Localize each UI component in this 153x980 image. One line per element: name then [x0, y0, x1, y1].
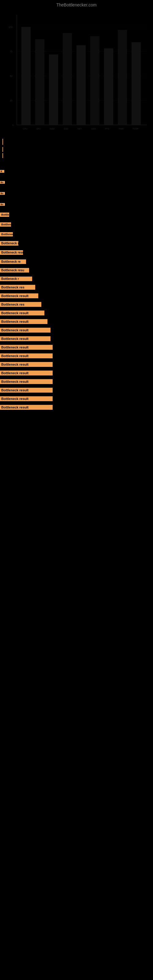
result-label-10: Bottleneck re	[0, 259, 26, 264]
svg-text:CPU: CPU	[23, 128, 27, 130]
result-label-21: Bottleneck result	[0, 353, 53, 358]
results-container: B Bo Bo Bo Bottlene Bottleneck r Bottlen…	[0, 168, 153, 410]
result-row-6: Bottleneck r	[0, 221, 153, 227]
result-row-18: Bottleneck result	[0, 327, 153, 332]
result-label-9: Bottleneck result	[0, 250, 23, 255]
svg-rect-13	[104, 48, 113, 125]
result-row-1: B	[0, 168, 153, 173]
result-row-9: Bottleneck result	[0, 249, 153, 255]
result-label-19: Bottleneck result	[0, 336, 51, 341]
site-header: TheBottlenecker.com	[0, 0, 153, 9]
svg-rect-7	[21, 27, 30, 125]
cursor-line-2	[2, 147, 3, 152]
result-row-11: Bottleneck resu	[0, 267, 153, 272]
svg-text:NET: NET	[77, 128, 82, 130]
result-label-13: Bottleneck res	[0, 285, 35, 290]
result-row-20: Bottleneck result	[0, 344, 153, 350]
result-row-14: Bottleneck result	[0, 293, 153, 298]
result-row-10: Bottleneck re	[0, 258, 153, 264]
svg-rect-14	[118, 30, 127, 125]
svg-text:25: 25	[10, 99, 13, 102]
selector-area-3	[0, 153, 153, 159]
result-row-5: Bottlene	[0, 211, 153, 217]
svg-rect-12	[90, 36, 99, 125]
chart-area: 0 25 50 75 100 CPU GPU RAM SSD NET USG F…	[0, 9, 153, 137]
result-label-7: Bottleneck	[0, 232, 13, 236]
result-label-22: Bottleneck result	[0, 362, 53, 367]
result-label-2: Bo	[0, 181, 5, 184]
result-row-23: Bottleneck result	[0, 370, 153, 375]
svg-rect-9	[49, 54, 58, 125]
result-label-15: Bottleneck res	[0, 302, 41, 307]
svg-text:PWR: PWR	[119, 128, 124, 130]
result-row-7: Bottleneck	[0, 231, 153, 236]
result-row-17: Bottleneck result	[0, 318, 153, 324]
svg-text:50: 50	[10, 75, 13, 78]
svg-rect-8	[35, 39, 45, 125]
result-row-27: Bottleneck result	[0, 404, 153, 410]
svg-rect-11	[76, 45, 86, 125]
result-label-23: Bottleneck result	[0, 371, 53, 375]
result-label-6: Bottleneck r	[0, 222, 11, 227]
result-label-16: Bottleneck result	[0, 310, 45, 315]
svg-text:GPU: GPU	[36, 128, 41, 130]
result-row-26: Bottleneck result	[0, 396, 153, 401]
svg-text:RAM: RAM	[50, 128, 55, 130]
site-title: TheBottlenecker.com	[0, 0, 153, 9]
svg-text:75: 75	[10, 50, 13, 53]
cursor-line-3	[2, 153, 3, 158]
result-label-3: Bo	[0, 192, 5, 195]
selector-area-2	[0, 146, 153, 153]
svg-rect-10	[63, 33, 72, 125]
result-row-21: Bottleneck result	[0, 353, 153, 358]
result-row-3: Bo	[0, 190, 153, 196]
result-label-12: Bottleneck r	[0, 277, 32, 281]
svg-rect-15	[132, 42, 141, 125]
chart-svg: 0 25 50 75 100 CPU GPU RAM SSD NET USG F…	[0, 9, 153, 137]
svg-text:100: 100	[9, 26, 13, 29]
result-label-5: Bottlene	[0, 213, 9, 217]
result-label-26: Bottleneck result	[0, 396, 53, 401]
result-label-25: Bottleneck result	[0, 388, 53, 393]
svg-text:0: 0	[12, 124, 14, 126]
result-row-24: Bottleneck result	[0, 379, 153, 384]
result-row-2: Bo	[0, 179, 153, 185]
result-row-15: Bottleneck res	[0, 301, 153, 307]
result-row-19: Bottleneck result	[0, 336, 153, 341]
result-row-22: Bottleneck result	[0, 361, 153, 367]
result-label-18: Bottleneck result	[0, 328, 51, 332]
result-row-8: Bottleneck res	[0, 240, 153, 246]
result-label-1: B	[0, 170, 4, 173]
result-label-4: Bo	[0, 203, 5, 206]
svg-text:TEMP: TEMP	[132, 128, 139, 130]
cursor-line-1	[2, 139, 3, 145]
svg-text:SSD: SSD	[64, 128, 68, 130]
result-label-17: Bottleneck result	[0, 319, 48, 324]
result-label-27: Bottleneck result	[0, 405, 53, 410]
result-label-24: Bottleneck result	[0, 379, 53, 384]
result-row-12: Bottleneck r	[0, 275, 153, 281]
svg-text:FPS: FPS	[105, 128, 109, 130]
result-label-14: Bottleneck result	[0, 293, 38, 298]
result-row-25: Bottleneck result	[0, 387, 153, 393]
selector-area-1	[0, 137, 153, 146]
result-label-8: Bottleneck res	[0, 241, 18, 246]
result-row-4: Bo	[0, 201, 153, 207]
result-label-20: Bottleneck result	[0, 345, 53, 350]
result-label-11: Bottleneck resu	[0, 268, 29, 272]
svg-text:USG: USG	[91, 128, 96, 130]
result-row-13: Bottleneck res	[0, 284, 153, 290]
result-row-16: Bottleneck result	[0, 310, 153, 315]
